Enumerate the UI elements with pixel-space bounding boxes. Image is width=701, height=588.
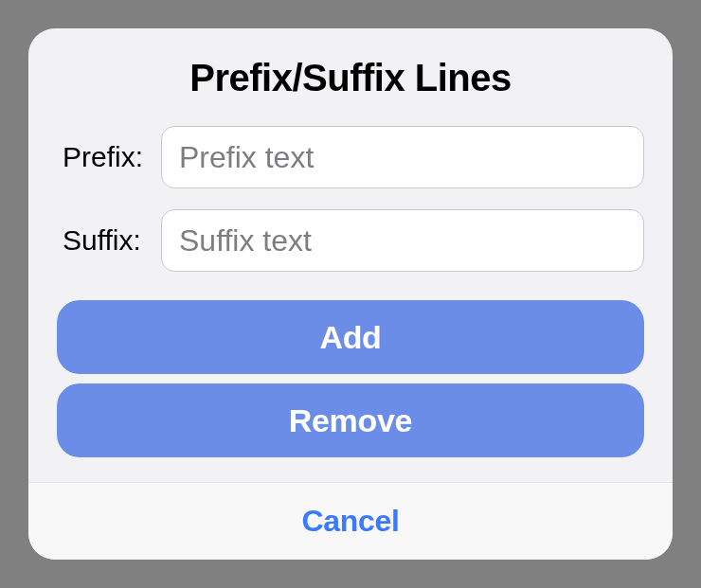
suffix-input[interactable]	[161, 209, 644, 272]
dialog-title: Prefix/Suffix Lines	[57, 57, 644, 99]
prefix-input[interactable]	[161, 126, 644, 188]
suffix-row: Suffix:	[57, 209, 644, 272]
dialog-footer: Cancel	[28, 482, 673, 560]
prefix-suffix-dialog: Prefix/Suffix Lines Prefix: Suffix: Add …	[28, 28, 673, 560]
prefix-label: Prefix:	[57, 141, 161, 173]
prefix-row: Prefix:	[57, 126, 644, 188]
suffix-label: Suffix:	[57, 224, 161, 257]
dialog-body: Prefix/Suffix Lines Prefix: Suffix: Add …	[28, 28, 673, 482]
remove-button[interactable]: Remove	[57, 383, 644, 457]
cancel-button[interactable]: Cancel	[28, 483, 673, 560]
add-button[interactable]: Add	[57, 300, 644, 374]
